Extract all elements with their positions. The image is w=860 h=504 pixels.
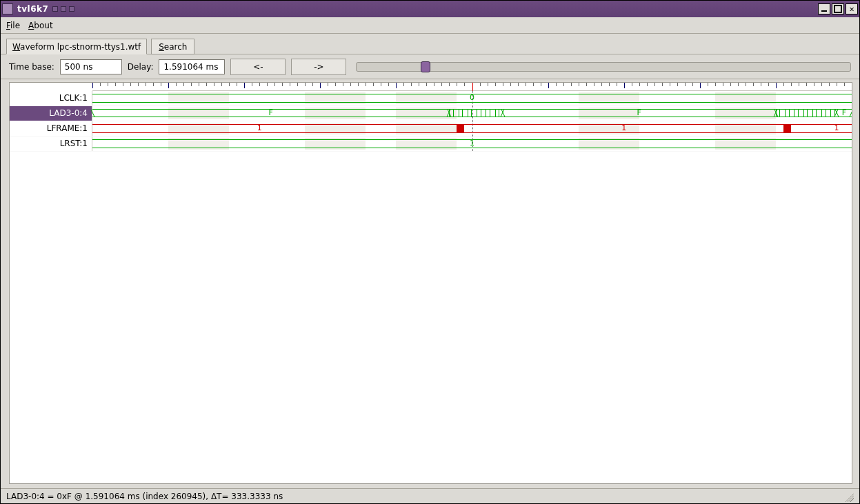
signal-row[interactable]: LFRAME:1111 <box>10 121 852 137</box>
signal-wave[interactable]: 0 <box>92 91 852 105</box>
minimize-button[interactable] <box>818 3 830 14</box>
title-bar: tvl6k7 ✕ <box>1 1 859 17</box>
signal-wave[interactable]: 111 <box>92 121 852 136</box>
signal-name[interactable]: LFRAME:1 <box>10 121 92 136</box>
control-row: Time base: Delay: <- -> <box>1 54 859 79</box>
signal-name[interactable]: LAD3-0:4 <box>10 106 92 121</box>
signal-row[interactable]: LCLK:10 <box>10 91 852 106</box>
tab-waveform[interactable]: Waveform lpc-stnorm-ttys1.wtf <box>6 39 147 54</box>
timebase-input[interactable] <box>60 59 122 74</box>
signal-name[interactable]: LCLK:1 <box>10 91 92 105</box>
signal-name[interactable]: LRST:1 <box>10 137 92 151</box>
prev-button[interactable]: <- <box>230 59 286 75</box>
menu-file[interactable]: File <box>6 21 20 30</box>
app-icon <box>2 3 13 14</box>
signal-wave[interactable]: 1 <box>92 137 852 151</box>
window-title: tvl6k7 <box>17 4 48 14</box>
next-button[interactable]: -> <box>291 59 346 75</box>
time-slider[interactable] <box>356 62 851 72</box>
title-decoration <box>52 6 74 12</box>
delay-input[interactable] <box>159 59 225 74</box>
signal-wave[interactable]: FFF <box>92 106 852 121</box>
resize-grip[interactable] <box>843 491 854 502</box>
time-ruler[interactable] <box>92 83 852 91</box>
menu-about[interactable]: About <box>28 21 53 30</box>
maximize-button[interactable] <box>832 3 844 14</box>
timebase-label: Time base: <box>9 62 54 72</box>
waveform-panel: LCLK:10LAD3-0:4FFFLFRAME:1111LRST:11 <box>9 82 852 484</box>
search-button[interactable]: Search <box>151 39 194 54</box>
status-text: LAD3-0:4 = 0xF @ 1.591064 ms (index 2609… <box>6 492 283 501</box>
menu-bar: File About <box>1 17 859 34</box>
status-bar: LAD3-0:4 = 0xF @ 1.591064 ms (index 2609… <box>1 488 859 503</box>
signal-row[interactable]: LAD3-0:4FFF <box>10 106 852 121</box>
close-button[interactable]: ✕ <box>846 3 858 14</box>
slider-thumb[interactable] <box>421 61 430 72</box>
delay-label: Delay: <box>128 62 154 72</box>
signal-row[interactable]: LRST:11 <box>10 137 852 152</box>
tab-row: Waveform lpc-stnorm-ttys1.wtf Search <box>1 34 859 54</box>
